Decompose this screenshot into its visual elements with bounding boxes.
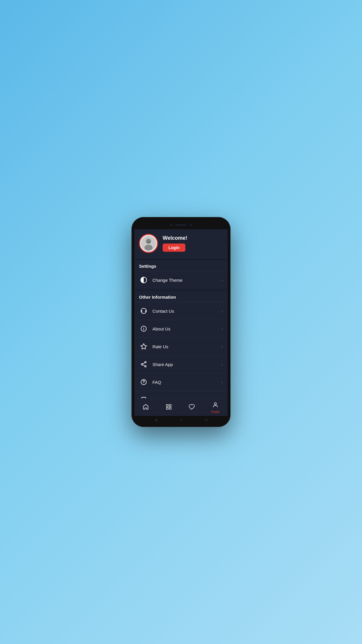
nav-favorites[interactable]: [185, 403, 198, 412]
android-nav: ◁ ○ □: [134, 416, 228, 424]
home-button[interactable]: ○: [180, 418, 182, 422]
chevron-icon-about: ›: [222, 326, 223, 331]
home-icon: [143, 404, 149, 412]
login-button[interactable]: Login: [163, 244, 185, 252]
settings-title: Settings: [134, 260, 228, 271]
chevron-icon-share: ›: [222, 362, 223, 367]
chevron-icon: ›: [222, 278, 223, 282]
svg-rect-25: [169, 407, 171, 409]
svg-rect-22: [166, 405, 168, 406]
phone-screen: Welcome! Login Settings Change Theme ›: [134, 220, 228, 424]
svg-rect-23: [169, 405, 171, 406]
profile-nav-icon: [212, 402, 219, 410]
notch-bar: [134, 220, 228, 229]
chevron-icon-terms: ›: [222, 398, 223, 398]
question-icon: [139, 377, 148, 387]
svg-point-26: [214, 403, 216, 405]
menu-item-contact-us[interactable]: Contact Us ›: [134, 302, 228, 320]
profile-header: Welcome! Login: [134, 229, 228, 258]
camera-dot: [170, 224, 172, 226]
camera-dot-2: [190, 224, 192, 226]
notch: [165, 222, 197, 228]
star-icon: [139, 342, 148, 351]
menu-item-change-theme[interactable]: Change Theme ›: [134, 271, 228, 289]
change-theme-label: Change Theme: [152, 278, 222, 283]
chevron-icon-faq: ›: [222, 380, 223, 384]
recent-button[interactable]: □: [205, 418, 207, 422]
info-icon: [139, 324, 148, 333]
svg-point-9: [143, 327, 144, 328]
svg-rect-18: [142, 397, 146, 398]
menu-item-rate-us[interactable]: Rate Us ›: [134, 337, 228, 355]
rate-us-label: Rate Us: [152, 344, 222, 349]
svg-rect-24: [166, 407, 168, 409]
headphone-icon: [139, 306, 148, 316]
nav-home[interactable]: [140, 403, 152, 412]
menu-item-terms[interactable]: Terms & Conditions ›: [134, 391, 228, 398]
chevron-icon-contact: ›: [222, 309, 223, 313]
settings-section: Settings Change Theme ›: [134, 260, 228, 289]
back-button[interactable]: ◁: [154, 418, 157, 422]
about-us-label: About Us: [152, 326, 222, 331]
theme-icon: [139, 275, 148, 285]
svg-marker-10: [141, 344, 147, 349]
contact-us-label: Contact Us: [152, 309, 222, 314]
faq-label: FAQ: [152, 380, 222, 385]
heart-icon: [188, 404, 195, 412]
menu-item-about-us[interactable]: About Us ›: [134, 320, 228, 337]
profile-info: Welcome! Login: [163, 235, 187, 252]
other-info-section: Other Information Contact Us ›: [134, 291, 228, 398]
svg-point-3: [145, 245, 153, 251]
menu-item-share-app[interactable]: Share App ›: [134, 355, 228, 373]
share-icon: [139, 360, 148, 369]
chevron-icon-rate: ›: [222, 344, 223, 349]
svg-point-2: [147, 241, 151, 244]
svg-line-14: [143, 363, 145, 364]
welcome-text: Welcome!: [163, 235, 187, 241]
svg-point-17: [143, 383, 144, 384]
other-info-title: Other Information: [134, 291, 228, 302]
bottom-nav: Profile: [134, 398, 228, 416]
screen-content: Welcome! Login Settings Change Theme ›: [134, 229, 228, 398]
avatar: [139, 234, 158, 253]
grid-icon: [166, 404, 172, 412]
svg-line-15: [143, 365, 145, 366]
share-app-label: Share App: [152, 362, 222, 367]
profile-nav-label: Profile: [211, 410, 219, 414]
terms-label: Terms & Conditions: [152, 398, 222, 399]
phone-frame: Welcome! Login Settings Change Theme ›: [131, 217, 231, 427]
nav-profile[interactable]: Profile: [208, 401, 222, 414]
nav-grid[interactable]: [163, 403, 175, 412]
menu-item-faq[interactable]: FAQ ›: [134, 373, 228, 391]
speaker: [175, 224, 187, 226]
document-icon: [139, 395, 148, 398]
